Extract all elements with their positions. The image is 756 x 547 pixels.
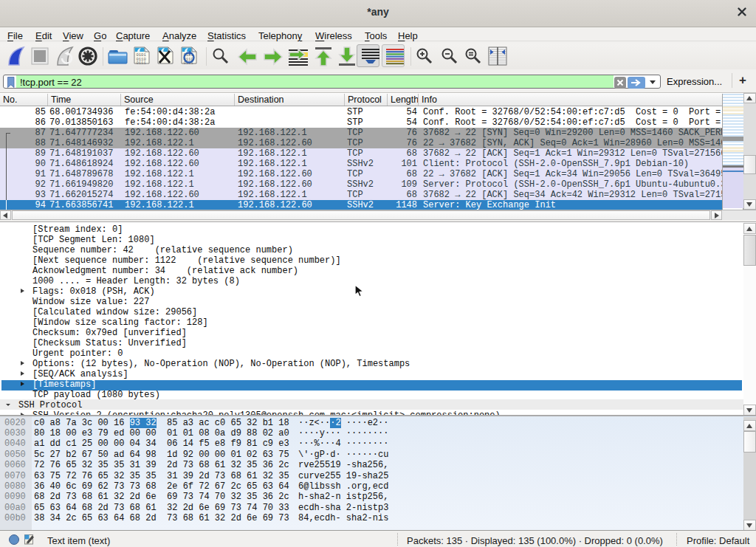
svg-text:0111: 0111: [137, 61, 147, 66]
